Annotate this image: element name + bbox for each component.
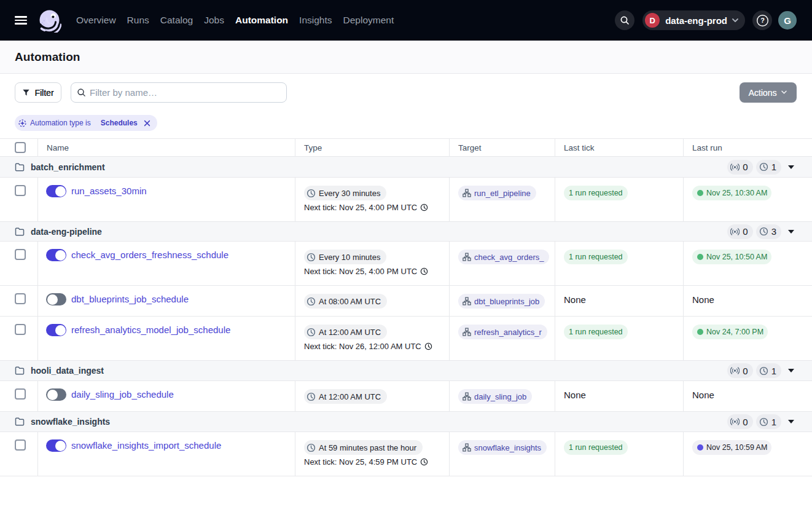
svg-text:?: ? — [760, 17, 765, 24]
